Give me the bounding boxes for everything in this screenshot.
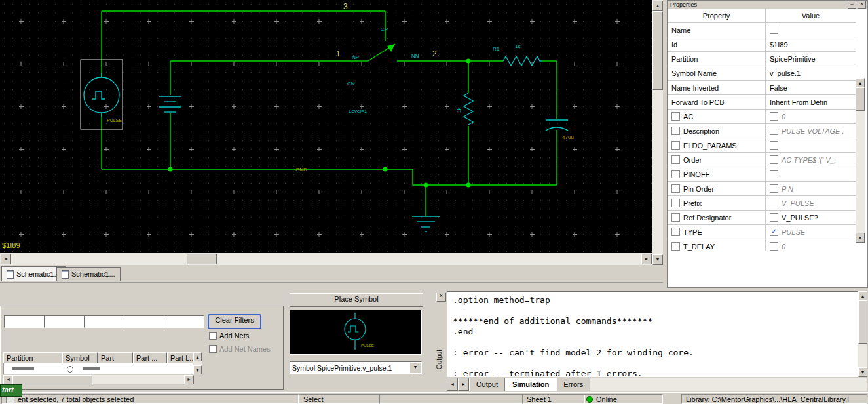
property-row[interactable]: Name xyxy=(668,23,856,37)
property-row[interactable]: OrderAC TYPE$ '(' V_. xyxy=(668,153,856,167)
value-checkbox[interactable] xyxy=(770,213,778,222)
scroll-thumb[interactable] xyxy=(12,375,92,384)
value-checkbox[interactable] xyxy=(770,199,778,207)
add-net-names-option[interactable]: Add Net Names xyxy=(209,345,271,353)
property-row[interactable]: Forward To PCBInherit From Defin xyxy=(668,95,856,110)
column-header[interactable]: Part xyxy=(98,352,133,363)
net-label-3[interactable]: 3 xyxy=(343,2,348,11)
property-row[interactable]: TYPE✓PULSE xyxy=(668,225,856,239)
add-nets-checkbox[interactable] xyxy=(209,332,217,340)
property-row[interactable]: Symbol Namev_pulse.1 xyxy=(668,66,856,81)
property-value[interactable]: PULSE xyxy=(782,228,805,236)
add-net-names-checkbox[interactable] xyxy=(209,345,217,353)
tab-scroll-left-icon[interactable]: ◄ xyxy=(447,378,458,391)
property-checkbox[interactable] xyxy=(671,170,680,178)
property-row[interactable]: Pin OrderP N xyxy=(668,182,856,196)
property-checkbox[interactable] xyxy=(671,213,680,222)
scroll-down-icon[interactable]: ▼ xyxy=(856,233,865,243)
property-value[interactable]: PULSE VOLTAGE . xyxy=(782,127,844,135)
horizontal-scroll-thumb[interactable] xyxy=(187,254,217,264)
console-side-tab[interactable]: Output xyxy=(436,350,443,369)
scroll-right-icon[interactable]: ► xyxy=(184,375,194,384)
column-header[interactable]: Part L.. xyxy=(167,352,193,363)
property-checkbox[interactable] xyxy=(671,112,680,121)
property-row[interactable]: PrefixV_PULSE xyxy=(668,196,856,211)
scroll-left-icon[interactable]: ◄ xyxy=(3,375,13,384)
property-row[interactable]: Name InvertedFalse xyxy=(668,81,856,95)
value-checkbox[interactable] xyxy=(770,26,778,34)
scroll-up-icon[interactable]: ▲ xyxy=(193,352,202,361)
property-checkbox[interactable] xyxy=(671,155,680,164)
scroll-left-icon[interactable]: ◄ xyxy=(1,254,11,264)
scroll-up-icon[interactable]: ▲ xyxy=(858,291,867,301)
property-value[interactable]: P N xyxy=(782,185,793,193)
scroll-thumb[interactable] xyxy=(858,300,867,344)
schematic-horizontal-scrollbar[interactable]: ◄ ► xyxy=(0,253,652,265)
filter-input[interactable] xyxy=(44,315,85,328)
schematic-canvas[interactable]: 3 1 2 CP NP CN NN Level=1 R1 1k 1k 470u … xyxy=(0,0,652,253)
filter-input[interactable] xyxy=(164,315,204,328)
property-value[interactable]: Inherit From Defin xyxy=(770,98,827,106)
value-checkbox[interactable] xyxy=(770,242,778,251)
tab-schematic1-2[interactable]: Schematic1... xyxy=(56,267,121,281)
property-checkbox[interactable] xyxy=(671,141,680,150)
scroll-up-icon[interactable]: ▲ xyxy=(652,1,663,11)
value-checkbox[interactable] xyxy=(770,127,778,135)
property-value[interactable]: 0 xyxy=(782,113,785,121)
column-header[interactable]: Part ... xyxy=(133,352,167,363)
property-checkbox[interactable] xyxy=(671,199,680,207)
property-value[interactable]: V_PULSE? xyxy=(782,214,818,222)
vertical-scroll-thumb[interactable] xyxy=(652,11,663,90)
r2-value-label[interactable]: 1k xyxy=(456,107,462,113)
value-checkbox[interactable] xyxy=(770,184,778,193)
symbol-table-hscrollbar[interactable]: ◄ ► xyxy=(3,375,193,384)
property-row[interactable]: Id$1I89 xyxy=(668,37,856,52)
instance-id-label[interactable]: $1I89 xyxy=(2,241,20,249)
gnd-net-label[interactable]: GND xyxy=(295,167,307,172)
tab-simulation[interactable]: Simulation xyxy=(505,378,556,391)
property-value[interactable]: False xyxy=(770,84,787,92)
property-value[interactable]: v_pulse.1 xyxy=(770,70,801,77)
tab-scroll-right-icon[interactable]: ► xyxy=(458,378,469,391)
tab-output[interactable]: Output xyxy=(469,378,505,391)
close-icon[interactable]: × xyxy=(436,293,446,302)
property-row[interactable]: DescriptionPULSE VOLTAGE . xyxy=(668,124,856,138)
property-row[interactable]: Ref DesignatorV_PULSE? xyxy=(668,211,856,225)
property-checkbox[interactable] xyxy=(671,184,680,193)
property-value[interactable]: SpicePrimitive xyxy=(770,55,816,63)
dock-icon[interactable]: – xyxy=(848,1,856,9)
symbol-table-partial-row[interactable] xyxy=(3,363,195,374)
console-horizontal-scrollbar[interactable] xyxy=(590,378,867,391)
r1-value-label[interactable]: 1k xyxy=(515,43,521,49)
symbol-dropdown[interactable]: Symbol SpicePrimitive:v_pulse.1 ▼ xyxy=(290,361,422,374)
property-row[interactable]: PartitionSpicePrimitive xyxy=(668,52,856,66)
scroll-down-icon[interactable]: ▼ xyxy=(652,254,663,265)
filter-input[interactable] xyxy=(4,315,45,328)
close-icon[interactable]: × xyxy=(858,1,866,9)
scroll-down-icon[interactable]: ▼ xyxy=(193,365,202,374)
properties-scrollbar[interactable]: ▲ ▼ xyxy=(856,78,865,242)
filter-input[interactable] xyxy=(84,315,124,328)
property-value[interactable]: 0 xyxy=(782,243,785,251)
net-label-2[interactable]: 2 xyxy=(432,49,437,58)
property-value[interactable]: V_PULSE xyxy=(782,199,814,207)
console-vertical-scrollbar[interactable]: ▲ ▼ xyxy=(858,291,867,377)
property-row[interactable]: T_DELAY0 xyxy=(668,239,856,251)
add-nets-option[interactable]: Add Nets xyxy=(209,332,249,340)
tab-errors[interactable]: Errors xyxy=(556,378,590,391)
value-checkbox[interactable] xyxy=(770,170,778,178)
filter-input[interactable] xyxy=(124,315,164,328)
value-checkbox[interactable] xyxy=(770,112,778,121)
tab-schematic1-1[interactable]: Schematic1.1 xyxy=(1,266,66,281)
chevron-down-icon[interactable]: ▼ xyxy=(409,362,421,373)
property-checkbox[interactable] xyxy=(671,242,680,251)
properties-scroll-thumb[interactable] xyxy=(856,87,865,111)
property-row[interactable]: PINOFF xyxy=(668,167,856,182)
scroll-down-icon[interactable]: ▼ xyxy=(858,367,867,377)
clear-filters-button[interactable]: Clear Filters xyxy=(208,314,261,329)
value-checkbox[interactable] xyxy=(770,155,778,164)
property-checkbox[interactable] xyxy=(671,127,680,135)
column-header[interactable]: Partition xyxy=(3,352,62,363)
schematic-vertical-scrollbar[interactable]: ▲ ▼ xyxy=(652,0,663,265)
value-checkbox[interactable] xyxy=(770,141,778,150)
